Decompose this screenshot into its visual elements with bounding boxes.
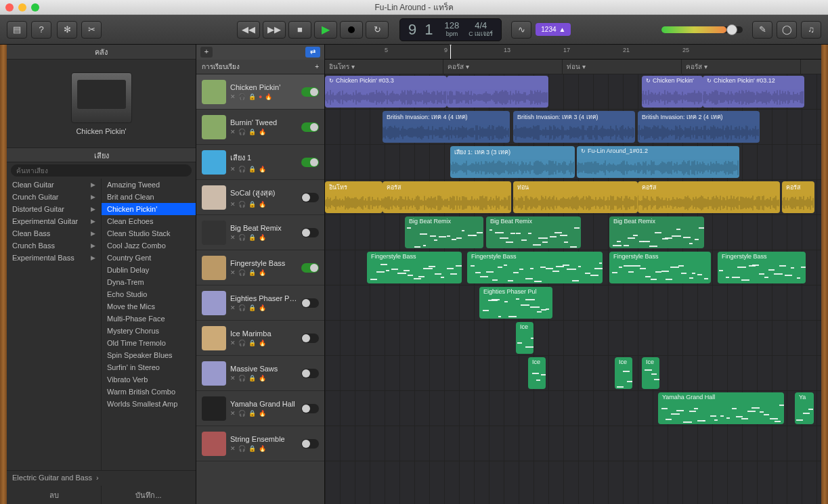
region[interactable]: คอรัส (383, 181, 511, 213)
mute-button[interactable]: ✕ (230, 304, 236, 311)
library-patch-item[interactable]: Country Gent (102, 252, 196, 264)
rewind-button[interactable]: ◀◀ (237, 21, 260, 39)
track-enable-toggle[interactable] (301, 404, 319, 413)
play-button[interactable]: ▶ (314, 21, 337, 39)
library-delete-button[interactable]: ลบ (7, 486, 101, 504)
library-category-item[interactable]: Clean Guitar▶ (7, 179, 101, 191)
zoom-icon[interactable] (31, 3, 39, 12)
library-patch-item[interactable]: Warm British Combo (102, 386, 196, 398)
track-header[interactable]: Chicken Pickin' ✕🎧🔒● 🔥 (196, 74, 324, 110)
library-category-item[interactable]: Experimental Bass▶ (7, 252, 101, 264)
library-patch-item[interactable]: Old Time Tremolo (102, 337, 196, 349)
mute-button[interactable]: ✕ (230, 375, 236, 382)
tuner-button[interactable]: ∿ (511, 21, 531, 39)
count-in-button[interactable]: 1234 ▲ (536, 23, 571, 36)
track-enable-toggle[interactable] (301, 122, 319, 132)
mute-button[interactable]: ✕ (230, 234, 236, 241)
solo-button[interactable]: 🎧 (238, 375, 246, 382)
track-enable-toggle[interactable] (301, 369, 319, 378)
region[interactable]: Big Beat Remix (609, 216, 704, 248)
lock-icon[interactable]: 🔒 (248, 166, 256, 173)
lock-icon[interactable]: 🔒 (248, 201, 256, 208)
stop-button[interactable]: ■ (288, 21, 311, 39)
region[interactable]: คอรัส (638, 181, 780, 213)
library-patch-item[interactable]: Cool Jazz Combo (102, 239, 196, 252)
region[interactable]: Fingerstyle Bass (609, 252, 711, 283)
notepad-button[interactable]: ✎ (752, 21, 772, 39)
track-header[interactable]: Ice Marimba ✕🎧🔒🔥 (196, 321, 324, 356)
master-volume-slider[interactable] (661, 26, 743, 33)
lock-icon[interactable]: 🔒 (248, 375, 256, 382)
arrangement-marker[interactable]: คอรัส ▾ (682, 60, 801, 74)
region[interactable]: Ice (615, 357, 632, 389)
track-lane[interactable]: Fingerstyle BassFingerstyle BassFingerst… (325, 250, 821, 285)
library-patch-item[interactable]: Surfin' in Stereo (102, 361, 196, 373)
track-lane[interactable]: Big Beat RemixBig Beat RemixBig Beat Rem… (325, 215, 821, 250)
solo-button[interactable]: 🎧 (238, 269, 246, 276)
cycle-button[interactable]: ↻ (366, 21, 389, 39)
settings-button[interactable]: ✻ (57, 21, 77, 39)
track-header[interactable]: Burnin' Tweed ✕🎧🔒🔥 (196, 110, 324, 145)
ruler[interactable]: 5913172125 (325, 45, 821, 60)
lock-icon[interactable]: 🔒 (248, 129, 256, 135)
solo-button[interactable]: 🎧 (238, 304, 246, 311)
track-lane[interactable] (325, 426, 821, 461)
add-arrangement-button[interactable]: + (315, 63, 319, 70)
lock-icon[interactable]: 🔒 (248, 234, 256, 241)
track-enable-toggle[interactable] (301, 158, 319, 167)
track-header[interactable]: SoCal (สูงสุด) ✕🎧🔒🔥 (196, 180, 324, 215)
region[interactable]: Yamaha Grand Hall (658, 392, 784, 424)
forward-button[interactable]: ▶▶ (263, 21, 286, 39)
region[interactable]: British Invasion: เทค 4 (4 เทค) (383, 111, 510, 143)
track-lane[interactable]: เสียง 1: เทค 3 (3 เทค)↻Fu-Lin Around_1#0… (325, 145, 821, 180)
lock-icon[interactable]: 🔒 (248, 445, 256, 452)
mute-button[interactable]: ✕ (230, 201, 236, 208)
help-button[interactable]: ? (31, 21, 51, 39)
lcd-display[interactable]: 9 1 128bpm 4/4C เมเจอร์ (399, 18, 502, 41)
minimize-icon[interactable] (18, 3, 26, 12)
library-category-item[interactable]: Clean Bass▶ (7, 227, 101, 239)
region[interactable]: ท่อน (513, 181, 638, 213)
loops-button[interactable]: ◯ (777, 21, 797, 39)
arrangement-marker[interactable]: ท่อน ▾ (563, 60, 682, 74)
solo-button[interactable]: 🎧 (238, 410, 246, 417)
library-patch-item[interactable]: Multi-Phase Face (102, 313, 196, 325)
scissors-button[interactable]: ✂ (81, 21, 102, 39)
track-lane[interactable]: Yamaha Grand HallYa (325, 391, 821, 426)
search-input[interactable] (11, 164, 192, 177)
library-patch-item[interactable]: Move the Mics (102, 300, 196, 313)
solo-button[interactable]: 🎧 (238, 234, 246, 241)
track-lane[interactable]: Ice (325, 321, 821, 356)
track-header[interactable]: Eighties Phaser Pulse ✕🎧🔒🔥 (196, 285, 324, 321)
track-header[interactable]: Big Beat Remix ✕🎧🔒🔥 (196, 215, 324, 250)
solo-button[interactable]: 🎧 (238, 93, 246, 100)
region[interactable]: ↻Chicken Pickin' (642, 76, 703, 108)
region[interactable]: Big Beat Remix (486, 216, 581, 248)
library-patch-item[interactable]: Brit and Clean (102, 191, 196, 203)
region[interactable] (447, 76, 548, 108)
region[interactable]: อินโทร (325, 181, 383, 213)
library-patch-item[interactable]: Dublin Delay (102, 264, 196, 276)
arrangement-marker[interactable]: คอรัส ▾ (443, 60, 563, 74)
region[interactable]: Fingerstyle Bass (718, 252, 806, 283)
arrangement-marker[interactable]: อินโทร ▾ (325, 60, 443, 74)
track-enable-toggle[interactable] (301, 228, 319, 237)
library-category-item[interactable]: Distorted Guitar▶ (7, 203, 101, 215)
timeline[interactable]: 5913172125 อินโทร ▾คอรัส ▾ท่อน ▾คอรัส ▾ … (325, 45, 821, 504)
solo-button[interactable]: 🎧 (238, 340, 246, 346)
track-lane[interactable]: ↻Chicken Pickin' #03.3↻Chicken Pickin'↻C… (325, 74, 821, 110)
region[interactable]: Ice (516, 322, 533, 354)
playhead[interactable] (450, 45, 451, 59)
region[interactable]: Fingerstyle Bass (367, 252, 462, 283)
lock-icon[interactable]: 🔒 (248, 93, 256, 100)
region[interactable]: Ice (642, 357, 659, 389)
mute-button[interactable]: ✕ (230, 340, 236, 346)
region[interactable]: ↻Chicken Pickin' #03.3 (325, 76, 447, 108)
region[interactable]: British Invasion: เทค 3 (4 เทค) (513, 111, 635, 143)
track-enable-toggle[interactable] (301, 334, 319, 343)
track-header[interactable]: String Ensemble ✕🎧🔒🔥 (196, 426, 324, 461)
library-patch-item[interactable]: Clean Studio Stack (102, 227, 196, 239)
close-icon[interactable] (5, 3, 14, 12)
library-category-item[interactable]: Experimental Guitar▶ (7, 215, 101, 227)
library-breadcrumb[interactable]: Electric Guitar and Bass › (7, 471, 196, 486)
